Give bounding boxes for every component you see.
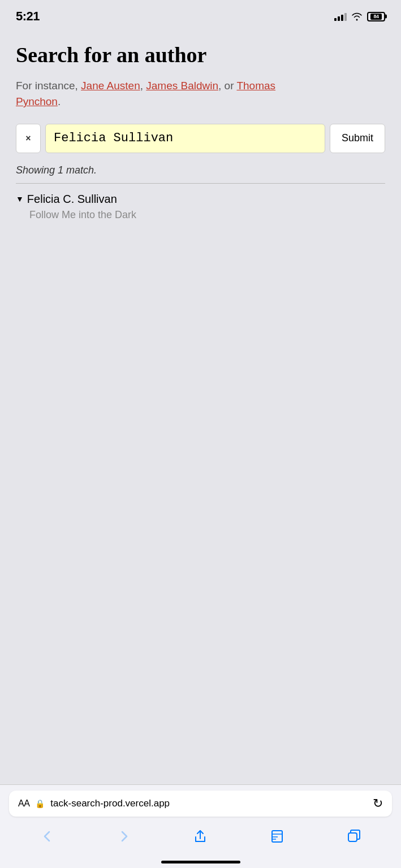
share-button[interactable] xyxy=(189,826,211,847)
forward-button[interactable] xyxy=(113,826,135,847)
results-summary: Showing 1 match. xyxy=(16,164,385,176)
book-title: Follow Me into the Dark xyxy=(16,209,385,221)
browser-navigation xyxy=(0,821,401,861)
expand-icon[interactable]: ▼ xyxy=(16,194,24,203)
author-item: ▼ Felicia C. Sullivan Follow Me into the… xyxy=(16,193,385,221)
author-name-text: Felicia C. Sullivan xyxy=(27,193,117,206)
signal-icon xyxy=(334,12,347,21)
bookmarks-button[interactable] xyxy=(266,826,288,847)
author-name: ▼ Felicia C. Sullivan xyxy=(16,193,385,206)
url-bar-container: AA 🔒 tack-search-prod.vercel.app ↻ xyxy=(0,785,401,821)
search-form: × Submit xyxy=(16,124,385,153)
reload-button[interactable]: ↻ xyxy=(373,796,383,811)
url-bar: AA 🔒 tack-search-prod.vercel.app ↻ xyxy=(9,791,392,817)
svg-rect-0 xyxy=(272,831,282,842)
back-button[interactable] xyxy=(37,826,58,847)
svg-rect-1 xyxy=(348,833,357,841)
description-prefix: For instance, xyxy=(16,80,81,92)
main-content: Search for an author For instance, Jane … xyxy=(0,29,401,753)
url-text[interactable]: tack-search-prod.vercel.app xyxy=(50,798,367,809)
text-size-button[interactable]: AA xyxy=(18,798,29,809)
description-suffix: . xyxy=(58,96,61,107)
search-input[interactable] xyxy=(45,124,325,153)
page-title: Search for an author xyxy=(16,43,385,68)
status-bar: 5:21 84 xyxy=(0,0,401,29)
results-divider xyxy=(16,183,385,184)
example-author-jane[interactable]: Jane Austen xyxy=(81,80,140,92)
status-time: 5:21 xyxy=(16,9,40,24)
submit-button[interactable]: Submit xyxy=(330,124,385,153)
clear-button[interactable]: × xyxy=(16,124,41,153)
description: For instance, Jane Austen, James Baldwin… xyxy=(16,78,385,110)
tabs-button[interactable] xyxy=(343,826,364,847)
wifi-icon xyxy=(351,12,363,21)
battery-icon: 84 xyxy=(367,12,385,21)
status-icons: 84 xyxy=(334,12,385,21)
lock-icon: 🔒 xyxy=(35,799,45,808)
home-indicator xyxy=(161,861,240,863)
browser-bar: AA 🔒 tack-search-prod.vercel.app ↻ xyxy=(0,784,401,868)
example-author-james[interactable]: James Baldwin xyxy=(146,80,218,92)
